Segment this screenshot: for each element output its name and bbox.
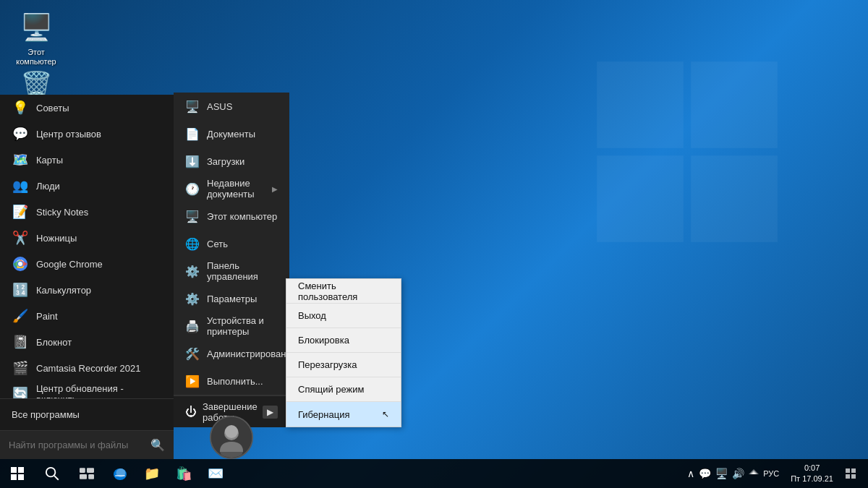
app-update[interactable]: 🔄 Центр обновления - включить	[0, 381, 174, 398]
quick-link-asus[interactable]: 🖥️ ASUS	[174, 93, 289, 120]
app-tips[interactable]: 💡 Советы	[0, 95, 174, 121]
app-notepad[interactable]: 📓 Блокнот	[0, 329, 174, 355]
clock[interactable]: 0:07 Пт 17.09.21	[785, 463, 839, 485]
clock-date: Пт 17.09.21	[791, 474, 833, 484]
svg-rect-1	[691, 61, 778, 148]
tray-volume-icon[interactable]: 🔊	[732, 468, 744, 479]
taskbar-edge-btn[interactable]	[104, 459, 136, 488]
start-button[interactable]	[0, 459, 35, 488]
app-update-label: Центр обновления - включить	[36, 383, 162, 398]
submenu-switch-user[interactable]: Сменить пользователя	[286, 279, 401, 304]
desktop-wallpaper-logo	[593, 58, 781, 246]
tray-msg-icon[interactable]: 💬	[699, 468, 711, 479]
quick-link-settings[interactable]: ⚙️ Параметры	[174, 285, 289, 312]
all-programs-btn[interactable]: Все программы	[0, 399, 174, 430]
app-calc[interactable]: 🔢 Калькулятор	[0, 277, 174, 303]
submenu-logout[interactable]: Выход	[286, 304, 401, 328]
settings-label: Параметры	[207, 294, 257, 304]
svg-rect-22	[87, 468, 94, 473]
downloads-icon: ⬇️	[185, 154, 200, 168]
scissors-icon: ✂️	[12, 229, 29, 247]
svg-rect-27	[115, 475, 125, 476]
recent-label: Недавние документы	[207, 178, 272, 200]
taskbar-mail-btn[interactable]: ✉️	[200, 459, 231, 488]
app-maps[interactable]: 🗺️ Карты	[0, 147, 174, 173]
power-icon: ⏻	[185, 406, 197, 419]
quick-link-network[interactable]: 🌐 Сеть	[174, 230, 289, 257]
chrome-icon	[12, 255, 29, 273]
user-avatar[interactable]	[210, 416, 253, 459]
app-chrome[interactable]: Google Chrome	[0, 251, 174, 277]
mycomputer-icon: 🖥️	[185, 209, 200, 223]
svg-rect-21	[80, 468, 85, 473]
taskbar-store-btn[interactable]: 🛍️	[168, 459, 200, 488]
quick-link-devices[interactable]: 🖨️ Устройства и принтеры	[174, 312, 289, 340]
people-icon: 👥	[12, 177, 29, 194]
taskbar-search-btn[interactable]	[35, 459, 69, 488]
app-feedback-label: Центр отзывов	[36, 129, 101, 140]
submenu-sleep[interactable]: Спящий режим	[286, 377, 401, 402]
submenu-hibernate[interactable]: Гибернация ↖	[286, 402, 401, 427]
taskbar-explorer-btn[interactable]: 📁	[136, 459, 168, 488]
svg-rect-24	[88, 474, 94, 479]
taskbar-left: 📁 🛍️ ✉️	[0, 459, 231, 488]
feedback-icon: 💬	[12, 125, 29, 142]
quick-link-computer[interactable]: 🖥️ Этот компьютер	[174, 202, 289, 230]
quick-link-admin[interactable]: 🛠️ Администрирование ▶	[174, 340, 289, 367]
asus-label: ASUS	[207, 101, 232, 112]
control-label: Панель управления	[207, 260, 278, 282]
settings-icon: ⚙️	[185, 291, 200, 306]
tray-network-icon[interactable]	[749, 468, 759, 480]
all-programs-label: Все программы	[12, 409, 80, 420]
recent-icon: 🕐	[185, 181, 200, 196]
documents-icon: 📄	[185, 127, 200, 141]
app-notepad-label: Блокнот	[36, 337, 72, 348]
app-tips-label: Советы	[36, 103, 69, 114]
admin-icon: 🛠️	[185, 346, 200, 361]
desktop-icon-computer[interactable]: 🖥️ Этоткомпьютер	[7, 7, 65, 69]
quick-link-control[interactable]: ⚙️ Панель управления	[174, 257, 289, 285]
computer-icon-label: Этоткомпьютер	[16, 48, 56, 67]
svg-rect-23	[80, 474, 87, 479]
svg-point-10	[18, 262, 22, 266]
power-arrow: ▶	[263, 406, 278, 419]
search-icon[interactable]: 🔍	[150, 438, 165, 452]
documents-label: Документы	[207, 129, 255, 140]
maps-icon: 🗺️	[12, 151, 29, 168]
tray-display-icon: 🖥️	[715, 468, 728, 479]
taskview-btn[interactable]	[69, 459, 104, 488]
quick-link-downloads[interactable]: ⬇️ Загрузки	[174, 147, 289, 175]
notification-btn[interactable]	[839, 459, 862, 488]
app-sticky[interactable]: 📝 Sticky Notes	[0, 199, 174, 225]
hibernate-label: Гибернация	[298, 409, 350, 420]
app-people-label: Люди	[36, 181, 60, 192]
calc-icon: 🔢	[12, 281, 29, 299]
app-camtasia-rec[interactable]: 🎬 Camtasia Recorder 2021	[0, 355, 174, 381]
switch-user-label: Сменить пользователя	[298, 281, 389, 302]
app-paint-label: Paint	[36, 311, 58, 322]
paint-icon: 🖌️	[12, 307, 29, 325]
mycomputer-label: Этот компьютер	[207, 211, 277, 222]
app-paint[interactable]: 🖌️ Paint	[0, 303, 174, 329]
svg-point-14	[225, 425, 238, 438]
submenu-lock[interactable]: Блокировка	[286, 328, 401, 353]
search-bar: 🔍	[0, 430, 174, 459]
search-input[interactable]	[9, 440, 150, 450]
clock-time: 0:07	[804, 463, 820, 474]
apps-list: 💡 Советы 💬 Центр отзывов 🗺️ Карты 👥 Люди…	[0, 95, 174, 398]
app-maps-label: Карты	[36, 155, 63, 166]
quick-link-recent[interactable]: 🕐 Недавние документы ▶	[174, 175, 289, 202]
svg-rect-15	[11, 467, 17, 473]
camtasia-rec-icon: 🎬	[12, 359, 29, 377]
run-label: Выполнить...	[207, 376, 263, 387]
tray-expand-btn[interactable]: ∧	[687, 468, 694, 479]
app-scissors[interactable]: ✂️ Ножницы	[0, 225, 174, 251]
quick-link-documents[interactable]: 📄 Документы	[174, 120, 289, 147]
submenu-restart[interactable]: Перезагрузка	[286, 353, 401, 377]
tray-lang-label[interactable]: РУС	[763, 469, 779, 478]
app-feedback[interactable]: 💬 Центр отзывов	[0, 121, 174, 147]
app-people[interactable]: 👥 Люди	[0, 173, 174, 199]
quick-link-run[interactable]: ▶️ Выполнить...	[174, 367, 289, 395]
svg-rect-31	[851, 474, 856, 479]
app-chrome-label: Google Chrome	[36, 259, 103, 270]
